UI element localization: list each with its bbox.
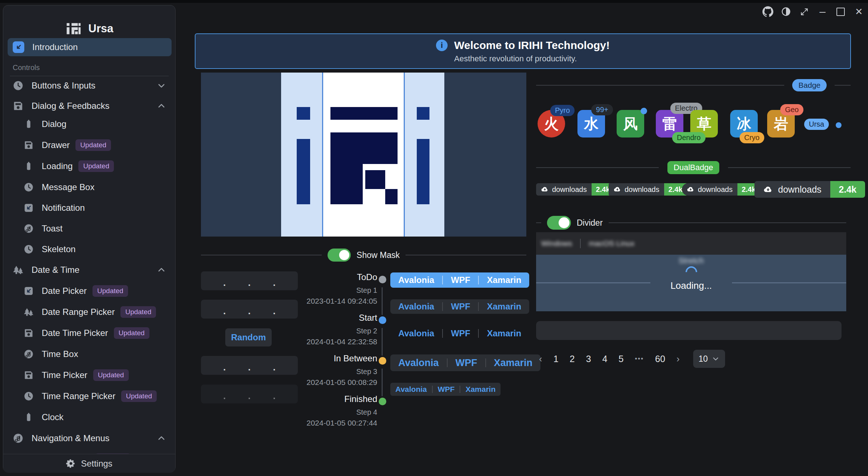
badge-header-pill: Badge <box>792 79 827 91</box>
chevron-up-icon <box>157 266 166 274</box>
sidebar-item-date-range-picker[interactable]: Date Range Picker Updated <box>8 304 172 320</box>
step-connector <box>382 369 383 396</box>
ursa-logo-icon <box>65 20 82 37</box>
logo-top-bar <box>330 107 398 120</box>
theme-toggle-icon[interactable] <box>780 5 792 18</box>
chevron-down-icon <box>157 81 166 90</box>
dual-badge-header-pill: DualBadge <box>667 161 719 174</box>
ipv4-box-3[interactable]: ... <box>201 356 298 375</box>
logo-left-column <box>330 164 363 204</box>
page-3[interactable]: 3 <box>586 354 591 364</box>
divider-line <box>536 85 784 86</box>
divider-line <box>728 167 851 168</box>
page-60[interactable]: 60 <box>655 354 665 364</box>
logo-right-bar <box>417 139 429 204</box>
sidebar-item-time-range-picker[interactable]: Time Range Picker Updated <box>8 388 172 405</box>
random-button[interactable]: Random <box>225 328 272 346</box>
github-icon[interactable] <box>762 5 774 18</box>
step-dot-finished <box>379 398 386 405</box>
updated-badge: Updated <box>114 327 149 339</box>
option-wpf[interactable]: WPF <box>433 385 460 394</box>
option-xamarin[interactable]: Xamarin <box>486 357 541 369</box>
tab-windows[interactable]: Windows <box>541 239 572 248</box>
selection-group-primary: Avalonia WPF Xamarin <box>390 272 529 288</box>
page-2[interactable]: 2 <box>570 354 575 364</box>
sidebar-group-navigation-menus[interactable]: Navigation & Menus <box>8 430 172 447</box>
info-icon: i <box>436 40 448 51</box>
maximize-button[interactable] <box>835 5 847 18</box>
option-avalonia[interactable]: Avalonia <box>390 275 442 285</box>
sidebar-item-notification[interactable]: Notification <box>8 200 172 216</box>
tab-macos-linux[interactable]: macOS Linux <box>589 239 634 248</box>
option-wpf[interactable]: WPF <box>443 328 478 338</box>
option-wpf[interactable]: WPF <box>448 357 485 369</box>
option-wpf[interactable]: WPF <box>443 301 478 312</box>
page-5[interactable]: 5 <box>618 354 624 364</box>
empty-input[interactable] <box>536 321 842 340</box>
sidebar-item-loading[interactable]: Loading Updated <box>8 158 172 175</box>
badge-cryo: 冰 Cryo <box>730 110 758 138</box>
mask-guide-line-left <box>322 73 323 237</box>
tab-strip: Windows macOS Linux <box>536 232 846 255</box>
logo-mid-square <box>365 170 385 189</box>
prev-page-button[interactable]: ‹ <box>539 353 542 365</box>
show-mask-toggle[interactable] <box>328 249 351 262</box>
ipv4-box-2[interactable]: ... <box>201 300 298 319</box>
option-avalonia[interactable]: Avalonia <box>390 328 442 338</box>
page-size-dropdown[interactable]: 10 <box>693 350 725 368</box>
app-window: – ✕ Ursa Introduction Controls Buttons &… <box>0 0 868 476</box>
sidebar-item-introduction[interactable]: Introduction <box>8 38 172 56</box>
sidebar-item-date-picker[interactable]: Date Picker Updated <box>8 283 172 299</box>
sidebar-item-message-box[interactable]: Message Box <box>8 179 172 196</box>
cloud-download-icon <box>763 185 773 194</box>
close-button[interactable]: ✕ <box>853 5 865 18</box>
updated-badge: Updated <box>92 285 128 297</box>
cloud-download-icon <box>541 185 549 193</box>
dual-badge-section-header: DualBadge <box>536 161 851 174</box>
option-avalonia[interactable]: Avalonia <box>390 357 447 369</box>
divider-label: Divider <box>577 218 603 228</box>
fullscreen-icon[interactable] <box>798 5 810 18</box>
sidebar-group-buttons-inputs[interactable]: Buttons & Inputs <box>8 77 172 94</box>
sidebar-section-divider <box>10 76 169 76</box>
divider-line <box>201 255 322 255</box>
divider-demo-row: Divider <box>536 216 846 230</box>
next-page-button[interactable]: › <box>676 353 680 365</box>
sidebar-item-time-picker[interactable]: Time Picker Updated <box>8 367 172 383</box>
option-xamarin[interactable]: Xamarin <box>479 275 529 285</box>
badge-label-99plus: 99+ <box>591 104 613 115</box>
sidebar-group-date-time[interactable]: Date & Time <box>8 262 172 278</box>
option-xamarin[interactable]: Xamarin <box>479 328 529 338</box>
ipv4-box-4-disabled: ... <box>201 385 298 403</box>
badge-dendro: 草 Dendro <box>690 110 718 138</box>
option-avalonia[interactable]: Avalonia <box>390 385 432 394</box>
sidebar-item-clock[interactable]: Clock <box>8 409 172 426</box>
minimize-button[interactable]: – <box>816 5 829 18</box>
stretch-label: Stretch <box>679 256 704 266</box>
pagination-ellipsis[interactable]: ••• <box>635 355 644 363</box>
ipv4-box-1[interactable]: ... <box>201 271 298 290</box>
settings-button[interactable]: Settings <box>3 454 175 473</box>
option-wpf[interactable]: WPF <box>443 275 478 285</box>
option-xamarin[interactable]: Xamarin <box>460 385 501 394</box>
divider-toggle[interactable] <box>547 216 571 230</box>
step-in-between: In BetweenStep 32024-01-05 00:08:29 <box>290 353 377 387</box>
page-1[interactable]: 1 <box>554 354 559 364</box>
sidebar-group-dialog-feedbacks[interactable]: Dialog & Feedbacks <box>8 98 172 114</box>
sidebar-item-drawer[interactable]: Drawer Updated <box>8 137 172 153</box>
sidebar-item-time-box[interactable]: Time Box <box>8 346 172 362</box>
option-avalonia[interactable]: Avalonia <box>390 301 442 312</box>
step-todo: ToDoStep 12023-01-14 09:24:05 <box>290 271 377 306</box>
sidebar-item-toast[interactable]: Toast <box>8 220 172 237</box>
page-4[interactable]: 4 <box>602 354 607 364</box>
logo-left-dot <box>297 107 310 120</box>
option-xamarin[interactable]: Xamarin <box>479 301 529 312</box>
divider-line <box>835 85 851 86</box>
sidebar-item-date-time-picker[interactable]: Date Time Picker Updated <box>8 325 172 341</box>
sidebar-item-dialog[interactable]: Dialog <box>8 116 172 132</box>
step-dot-start <box>379 316 386 324</box>
loading-overlay: Stretch Loading... <box>536 255 846 311</box>
sidebar-item-breadcrumb[interactable]: Breadcrumb Updated <box>8 451 172 454</box>
badge-section-header: Badge <box>536 79 851 91</box>
sidebar-item-skeleton[interactable]: Skeleton <box>8 241 172 258</box>
